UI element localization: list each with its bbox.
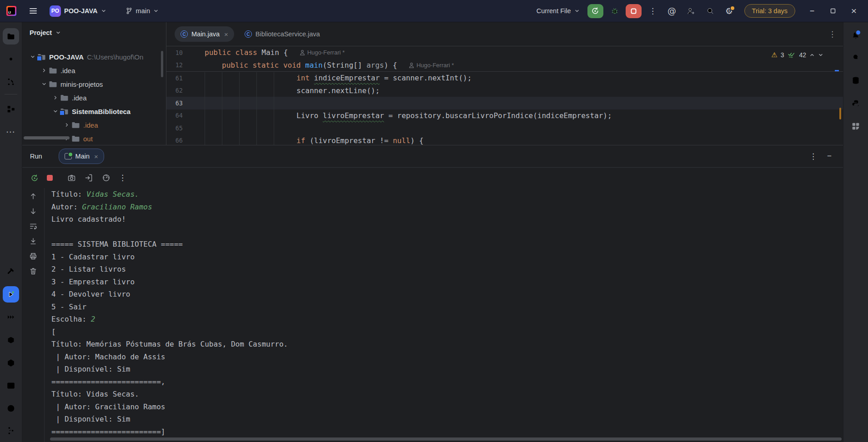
vcs-widget[interactable]: main xyxy=(121,4,163,18)
more-tools-button[interactable]: ⋯ xyxy=(3,124,19,140)
indent-guide xyxy=(256,72,257,145)
minimize-button[interactable]: − xyxy=(802,0,823,22)
pull-requests-tool-button[interactable] xyxy=(3,74,19,90)
project-tool-button[interactable] xyxy=(3,28,19,45)
stop-button[interactable] xyxy=(626,4,642,18)
soft-wrap-icon[interactable] xyxy=(29,222,38,231)
settings-gear-icon[interactable]: ⚙ xyxy=(722,4,737,18)
dependencies-tool-button[interactable] xyxy=(848,118,864,134)
project-panel-header[interactable]: Project xyxy=(22,22,166,43)
tree-item--idea[interactable]: .idea xyxy=(22,91,166,104)
chevron-down-icon[interactable] xyxy=(40,81,49,87)
code-line-66[interactable]: 66if (livroEmprestar != null) { xyxy=(166,134,843,145)
arrow-up-icon[interactable] xyxy=(29,192,38,201)
chevron-down-icon[interactable] xyxy=(28,54,37,60)
double-check-icon xyxy=(787,51,796,59)
editor-tab-main-java[interactable]: CMain.java× xyxy=(175,26,234,42)
inspections-widget[interactable]: ⚠ 3 42 xyxy=(771,50,823,60)
chevron-right-icon[interactable] xyxy=(51,95,60,100)
indent-guide xyxy=(239,72,240,145)
run-tool-button[interactable] xyxy=(3,286,19,303)
code-line-63[interactable]: 63 xyxy=(166,97,843,109)
scroll-to-end-icon[interactable] xyxy=(29,237,38,246)
commit-tool-button[interactable] xyxy=(3,51,19,67)
import-console-button[interactable] xyxy=(84,173,94,183)
structure-tool-button[interactable] xyxy=(3,101,19,117)
run-panel-kebab-menu[interactable]: ⋮ xyxy=(809,153,817,160)
scrollbar-warning-mark xyxy=(839,108,841,119)
trial-badge[interactable]: Trial: 3 days xyxy=(744,4,795,18)
close-icon[interactable]: × xyxy=(224,30,228,38)
editor-tab-options-kebab[interactable]: ⋮ xyxy=(828,30,836,39)
folder-icon xyxy=(60,108,69,115)
titlebar-kebab-menu[interactable]: ⋮ xyxy=(645,4,661,18)
stop-console-button[interactable] xyxy=(47,175,53,181)
hide-panel-button[interactable]: − xyxy=(827,152,832,161)
code-line-12[interactable]: 12public static void main(String[] args)… xyxy=(166,59,843,72)
ai-assistant-icon[interactable]: @ xyxy=(664,4,680,18)
trash-clear-icon[interactable] xyxy=(29,267,38,276)
chevron-down-icon[interactable] xyxy=(51,109,60,114)
run-button[interactable] xyxy=(587,4,603,18)
code-line-65[interactable]: 65 xyxy=(166,122,843,134)
class-icon: C xyxy=(245,30,252,38)
chevron-right-icon[interactable] xyxy=(62,122,71,128)
chevron-right-icon[interactable] xyxy=(40,68,49,73)
tree-item--idea[interactable]: .idea xyxy=(22,64,166,77)
tree-item-sistemabiblioteca[interactable]: SistemaBiblioteca xyxy=(22,104,166,118)
maximize-button[interactable] xyxy=(823,0,843,22)
terminal-tool-button[interactable] xyxy=(3,377,19,394)
run-panel-header: Run Main × ⋮ − xyxy=(22,145,843,168)
prev-problem-chevron[interactable] xyxy=(809,52,815,58)
gauge-profiler-button[interactable] xyxy=(101,173,111,183)
editor-tab-bibliotecaservice-java[interactable]: CBibliotecaService.java xyxy=(239,26,326,42)
console-gutter-toolbar xyxy=(22,188,45,442)
python-packages-tool-button[interactable] xyxy=(848,95,864,111)
services-tool-button[interactable] xyxy=(3,355,19,371)
run-toolbar-kebab[interactable]: ⋮ xyxy=(119,174,126,182)
project-vertical-scrollbar[interactable] xyxy=(161,51,163,77)
console-line: 5 - Sair xyxy=(51,301,843,313)
close-icon[interactable]: × xyxy=(94,153,98,160)
project-path: C:\Users\hugof\On xyxy=(87,53,143,61)
packages-tool-button[interactable] xyxy=(3,332,19,348)
folder-icon xyxy=(49,67,57,74)
code-line-64[interactable]: 64Livro livroEmprestar = repository.busc… xyxy=(166,109,843,122)
code-line-61[interactable]: 61int indiceEmprestar = scanner.nextInt(… xyxy=(166,72,843,84)
ai-assistant-tool-button[interactable] xyxy=(848,50,864,66)
run-configuration-selector[interactable]: Current File xyxy=(532,4,584,18)
database-tool-button[interactable] xyxy=(848,72,864,89)
search-icon[interactable] xyxy=(702,4,718,18)
arrow-down-icon[interactable] xyxy=(29,207,38,216)
console-horizontal-scrollbar[interactable] xyxy=(50,437,842,441)
build-tool-button[interactable] xyxy=(3,263,19,280)
code-with-me-icon[interactable] xyxy=(683,4,699,18)
run-toolbar: ⋮ xyxy=(22,168,843,188)
console-line: =========================, xyxy=(51,376,843,388)
close-button[interactable]: × xyxy=(843,0,864,22)
tree-item--idea[interactable]: .idea xyxy=(22,118,166,132)
code-line-10[interactable]: 10public class Main { Hugo-Ferrari * xyxy=(166,46,843,59)
code-line-62[interactable]: 62scanner.nextLine(); xyxy=(166,84,843,97)
rerun-button[interactable] xyxy=(30,174,39,183)
project-horizontal-scrollbar[interactable] xyxy=(24,136,70,139)
print-icon[interactable] xyxy=(29,252,38,261)
next-problem-chevron[interactable] xyxy=(818,52,823,58)
console-line: | Disponível: Sim xyxy=(51,363,843,376)
editor-area: CMain.java×CBibliotecaService.java⋮ 10pu… xyxy=(166,22,843,145)
console-output[interactable]: Título: Vidas Secas.Autor: Graciliano Ra… xyxy=(45,188,843,437)
camera-screenshot-button[interactable] xyxy=(67,173,76,183)
run-tab-main[interactable]: Main × xyxy=(59,149,104,164)
project-panel: Project POO-JAVAC:\Users\hugof\On .idea … xyxy=(22,22,166,145)
tree-item-poo-java[interactable]: POO-JAVAC:\Users\hugof\On xyxy=(22,50,166,64)
chevron-down-icon xyxy=(153,8,159,14)
console-line: | Autor: Machado de Assis xyxy=(51,351,843,363)
problems-tool-button[interactable] xyxy=(3,400,19,417)
version-control-tool-button[interactable] xyxy=(3,422,19,439)
project-widget[interactable]: PO POO-JAVA xyxy=(45,4,110,18)
debug-button[interactable] xyxy=(607,4,622,18)
notifications-bell-button[interactable] xyxy=(848,27,864,44)
hamburger-menu-button[interactable] xyxy=(25,4,41,18)
tree-item-minis-projetos[interactable]: minis-projetos xyxy=(22,77,166,91)
more-tool-windows-button[interactable] xyxy=(3,309,19,325)
